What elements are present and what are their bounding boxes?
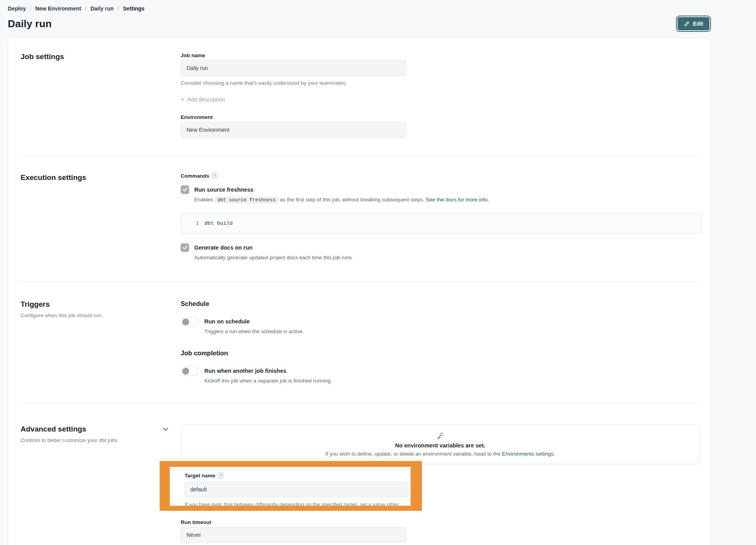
breadcrumb-deploy[interactable]: Deploy bbox=[8, 5, 26, 12]
env-vars-empty-title: No environment variables are set. bbox=[189, 442, 692, 449]
run-when-job-finishes-toggle[interactable] bbox=[181, 366, 199, 376]
run-source-freshness-checkbox[interactable] bbox=[181, 185, 189, 194]
run-timeout-label: Run timeout bbox=[181, 519, 700, 525]
commands-label: Commands bbox=[181, 173, 209, 179]
code-line-number: 1 bbox=[181, 220, 199, 226]
freshness-docs-link[interactable]: See the docs for more info. bbox=[426, 197, 489, 203]
target-name-help: If you have logic that behaves different… bbox=[185, 501, 408, 506]
schedule-heading: Schedule bbox=[181, 300, 332, 307]
advanced-settings-subheading: Controls to better customize your dbt jo… bbox=[21, 437, 181, 443]
advanced-settings-heading: Advanced settings bbox=[21, 425, 181, 433]
checkmark-icon bbox=[183, 244, 188, 251]
commands-code-editor[interactable]: 1 dbt build bbox=[181, 213, 701, 234]
add-description-button[interactable]: + Add description bbox=[181, 96, 225, 103]
run-source-freshness-label: Run source freshness bbox=[194, 185, 489, 194]
run-source-freshness-help: Enables dbt source freshness as the firs… bbox=[194, 196, 489, 204]
breadcrumb-separator: / bbox=[85, 5, 87, 12]
environment-label: Environment bbox=[181, 114, 406, 120]
env-vars-empty-text: If you wish to define, update, or delete… bbox=[189, 451, 692, 457]
advanced-settings-section: Advanced settings Controls to better cus… bbox=[8, 403, 711, 545]
generate-docs-help: Automatically generate updated project d… bbox=[194, 254, 352, 262]
breadcrumb-environment[interactable]: New Environment bbox=[35, 5, 81, 12]
execution-settings-heading: Execution settings bbox=[21, 173, 181, 182]
target-name-highlight-annotation: Target name ? If you have logic that beh… bbox=[160, 461, 422, 511]
job-settings-heading: Job settings bbox=[21, 52, 181, 61]
edit-button[interactable]: Edit bbox=[678, 17, 709, 30]
triggers-subheading: Configure when this job should run. bbox=[21, 313, 181, 318]
triggers-section: Triggers Configure when this job should … bbox=[8, 282, 711, 403]
breadcrumb-current-settings: Settings bbox=[123, 5, 145, 12]
toggle-knob bbox=[182, 318, 189, 325]
target-name-label: Target name bbox=[185, 473, 215, 479]
toggle-knob bbox=[182, 368, 189, 375]
pencil-icon bbox=[684, 21, 690, 27]
environment-variables-empty-card: No environment variables are set. If you… bbox=[181, 425, 700, 464]
code-line-content: dbt build bbox=[199, 220, 233, 226]
edit-button-label: Edit bbox=[693, 21, 703, 27]
plus-icon: + bbox=[181, 96, 184, 103]
chevron-down-icon[interactable] bbox=[163, 426, 168, 433]
run-on-schedule-toggle[interactable] bbox=[181, 317, 199, 327]
job-name-help: Consider choosing a name that's easily u… bbox=[181, 79, 406, 87]
job-completion-heading: Job completion bbox=[181, 349, 332, 357]
triggers-heading: Triggers bbox=[21, 300, 181, 309]
run-on-schedule-label: Run on schedule bbox=[204, 317, 304, 326]
run-timeout-input[interactable] bbox=[181, 527, 406, 543]
freshness-inline-code: dbt source freshness bbox=[215, 197, 279, 204]
settings-card: Job settings Job name Consider choosing … bbox=[8, 38, 711, 545]
run-on-schedule-help: Triggers a run when the schedule is acti… bbox=[204, 328, 304, 335]
execution-settings-section: Execution settings Commands ? Run source… bbox=[8, 156, 711, 282]
key-icon bbox=[189, 431, 692, 440]
generate-docs-label: Generate docs on run bbox=[194, 243, 352, 252]
breadcrumb-separator: / bbox=[30, 5, 31, 12]
run-when-job-finishes-help: Kickoff this job when a separate job is … bbox=[204, 377, 332, 385]
checkmark-icon bbox=[183, 186, 188, 193]
target-name-help-icon[interactable]: ? bbox=[218, 472, 224, 479]
environment-input[interactable] bbox=[181, 122, 406, 138]
job-name-label: Job name bbox=[181, 52, 406, 58]
breadcrumb-separator: / bbox=[118, 5, 119, 12]
job-settings-section: Job settings Job name Consider choosing … bbox=[8, 38, 711, 156]
page-header: Deploy / New Environment / Daily run / S… bbox=[0, 0, 756, 32]
environments-settings-link[interactable]: Environments settings bbox=[502, 451, 554, 457]
commands-help-icon[interactable]: ? bbox=[212, 173, 218, 179]
breadcrumb-job[interactable]: Daily run bbox=[91, 5, 114, 12]
page-title: Daily run bbox=[8, 18, 52, 30]
add-description-label: Add description bbox=[187, 96, 225, 103]
run-when-job-finishes-label: Run when another job finishes bbox=[204, 366, 332, 376]
job-name-input[interactable] bbox=[181, 60, 406, 76]
target-name-input[interactable] bbox=[185, 482, 408, 497]
breadcrumb: Deploy / New Environment / Daily run / S… bbox=[8, 5, 748, 12]
generate-docs-checkbox[interactable] bbox=[181, 243, 189, 252]
